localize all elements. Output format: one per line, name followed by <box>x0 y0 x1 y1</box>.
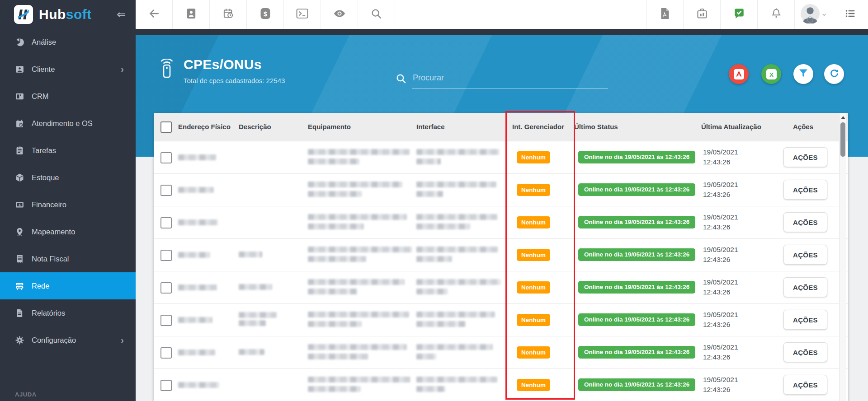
column-header-acoes[interactable]: Ações <box>793 113 813 141</box>
scrollbar-thumb[interactable] <box>840 122 845 157</box>
update-time: 12:43:26 <box>703 287 738 297</box>
row-checkbox[interactable] <box>160 282 172 294</box>
row-actions-button[interactable]: AÇÕES <box>783 245 827 265</box>
equipamento-redacted <box>308 149 410 155</box>
search-input[interactable] <box>412 71 608 89</box>
avatar <box>800 4 820 25</box>
row-actions-button[interactable]: AÇÕES <box>783 180 827 200</box>
row-checkbox[interactable] <box>160 185 172 196</box>
monitor-button[interactable] <box>321 0 358 29</box>
table-scrollbar[interactable] <box>839 113 846 401</box>
last-update-cell: 19/05/2021 12:43:26 <box>703 342 738 362</box>
row-actions-button[interactable]: AÇÕES <box>783 342 827 362</box>
sidebar-item-label: CRM <box>32 92 49 101</box>
row-checkbox[interactable] <box>160 217 172 228</box>
table-row: Nenhum Online no dia 19/05/2021 às 12:43… <box>154 141 848 174</box>
row-actions-button[interactable]: AÇÕES <box>783 375 827 395</box>
user-avatar-button[interactable] <box>794 0 832 29</box>
sidebar-item-label: Análise <box>32 38 56 47</box>
sidebar-item-relatorios[interactable]: Relatórios <box>0 299 136 326</box>
export-pdf-button[interactable] <box>729 64 749 84</box>
map-pin-icon <box>15 227 24 237</box>
equipamento-redacted <box>308 191 362 197</box>
contacts-button[interactable] <box>173 0 210 29</box>
column-header-int-gerenciador[interactable]: Int. Gerenciador <box>512 113 564 141</box>
row-checkbox[interactable] <box>160 380 172 391</box>
equipamento-redacted <box>308 312 409 317</box>
sidebar-item-label: Cliente <box>32 65 55 74</box>
sidebar-item-configuracao[interactable]: Configuração› <box>0 326 136 354</box>
select-all-checkbox[interactable] <box>160 121 172 133</box>
sidebar-item-nota-fiscal[interactable]: Nota Fiscal <box>0 245 136 272</box>
equipamento-redacted <box>308 354 368 359</box>
update-time: 12:43:26 <box>703 222 738 232</box>
cpes-table-card: Endereço Físico Descrição Equipamento In… <box>154 113 848 401</box>
sidebar: AnáliseCliente›CRMAtendimento e OSTarefa… <box>0 29 136 401</box>
table-row: Nenhum Online no dia 19/05/2021 às 12:43… <box>154 369 848 401</box>
manager-badge: Nenhum <box>517 314 550 326</box>
table-row: Nenhum Online no dia 19/05/2021 às 12:43… <box>154 336 848 369</box>
row-actions-button[interactable]: AÇÕES <box>783 277 827 297</box>
pdf-file-icon <box>660 8 670 21</box>
document-icon <box>15 308 24 318</box>
update-time: 12:43:26 <box>703 320 738 330</box>
scroll-up-arrow-icon[interactable] <box>841 116 845 119</box>
sidebar-item-atendimento-e-os[interactable]: Atendimento e OS <box>0 110 136 137</box>
column-header-descricao[interactable]: Descrição <box>239 113 271 141</box>
sidebar-item-tarefas[interactable]: Tarefas <box>0 137 136 164</box>
equipamento-redacted <box>308 289 357 294</box>
right-panel-toggle-button[interactable] <box>832 0 868 29</box>
column-header-ultima-atualizacao[interactable]: Última Atualização <box>701 113 761 141</box>
sidebar-item-label: Atendimento e OS <box>32 119 93 128</box>
tasks-board-button[interactable] <box>683 0 720 29</box>
endereco-fisico-redacted <box>178 187 214 193</box>
svg-text:$: $ <box>264 10 267 18</box>
row-actions-button[interactable]: AÇÕES <box>783 212 827 232</box>
row-checkbox[interactable] <box>160 347 172 359</box>
schedule-button[interactable] <box>210 0 247 29</box>
row-checkbox[interactable] <box>160 250 172 261</box>
sidebar-item-rede[interactable]: Rede <box>0 272 136 299</box>
row-checkbox[interactable] <box>160 152 172 163</box>
logo-block[interactable]: Hubsoft ⇐ <box>0 0 136 29</box>
page-title: CPEs/ONUs <box>184 57 285 72</box>
table-row: Nenhum Online no dia 19/05/2021 às 12:43… <box>154 174 848 206</box>
finance-button[interactable]: $ <box>247 0 284 29</box>
filter-button[interactable] <box>793 64 813 84</box>
update-time: 12:43:26 <box>703 255 738 265</box>
column-header-equipamento[interactable]: Equipamento <box>308 113 351 141</box>
notifications-button[interactable] <box>757 0 794 29</box>
pdf-reports-button[interactable] <box>646 0 683 29</box>
sidebar-item-crm[interactable]: CRM <box>0 83 136 110</box>
refresh-button[interactable] <box>824 64 844 84</box>
sidebar-collapse-icon[interactable]: ⇐ <box>117 0 126 29</box>
sidebar-item-analise[interactable]: Análise <box>0 28 136 56</box>
column-header-endereco-fisico[interactable]: Endereço Físico <box>178 113 231 141</box>
back-button[interactable] <box>136 0 173 29</box>
status-badge: Online no dia 19/05/2021 às 12:43:26 <box>578 216 695 228</box>
sidebar-item-label: Rede <box>32 282 49 290</box>
update-date: 19/05/2021 <box>703 147 738 157</box>
sidebar-item-cliente[interactable]: Cliente› <box>0 56 136 83</box>
sidebar-item-financeiro[interactable]: $Financeiro <box>0 191 136 218</box>
search-button[interactable] <box>358 0 395 29</box>
interface-redacted <box>416 256 452 262</box>
row-actions-button[interactable]: AÇÕES <box>783 310 827 330</box>
clipboard-icon <box>15 146 24 155</box>
endereco-fisico-redacted <box>178 154 216 160</box>
endereco-fisico-redacted <box>178 252 210 258</box>
export-excel-button[interactable]: X <box>761 64 781 84</box>
row-checkbox[interactable] <box>160 315 172 326</box>
row-actions-button[interactable]: AÇÕES <box>783 147 827 167</box>
column-header-interface[interactable]: Interface <box>416 113 445 141</box>
messages-button[interactable] <box>720 0 757 29</box>
column-header-ultimo-status[interactable]: Último Status <box>574 113 618 141</box>
contact-card-icon <box>186 8 196 21</box>
descricao-redacted <box>239 284 272 290</box>
terminal-button[interactable] <box>284 0 321 29</box>
svg-text:X: X <box>769 71 774 78</box>
sidebar-item-label: Financeiro <box>32 200 66 209</box>
sidebar-item-mapeamento[interactable]: Mapeamento <box>0 218 136 245</box>
interface-redacted <box>416 312 495 317</box>
sidebar-item-estoque[interactable]: Estoque <box>0 164 136 191</box>
